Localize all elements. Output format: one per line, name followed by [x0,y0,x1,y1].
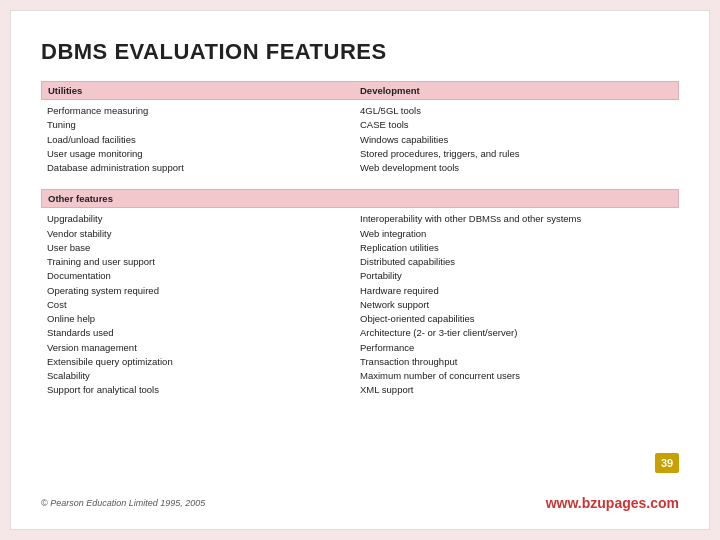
section2-header-col1: Other features [48,193,360,204]
website-text: www.bzupages.com [546,495,679,511]
slide: DBMS EVALUATION FEATURES Utilities Devel… [10,10,710,530]
section2-col2: Interoperability with other DBMSs and ot… [360,212,673,397]
page-number: 39 [655,453,679,473]
copyright-text: © Pearson Education Limited 1995, 2005 [41,498,205,508]
section2-header: Other features [41,189,679,208]
section2-body: UpgradabilityVendor stabilityUser baseTr… [41,210,679,403]
section1-col2: 4GL/5GL toolsCASE toolsWindows capabilit… [360,104,673,175]
footer: © Pearson Education Limited 1995, 2005 w… [11,495,709,511]
section1-header: Utilities Development [41,81,679,100]
page-title: DBMS EVALUATION FEATURES [41,39,679,65]
section1-col1: Performance measuringTuningLoad/unload f… [47,104,360,175]
section2-header-col2 [360,193,672,204]
section1-body: Performance measuringTuningLoad/unload f… [41,102,679,181]
section1-header-col2: Development [360,85,672,96]
section1-header-col1: Utilities [48,85,360,96]
table-area: Utilities Development Performance measur… [41,81,679,404]
section2-col1: UpgradabilityVendor stabilityUser baseTr… [47,212,360,397]
